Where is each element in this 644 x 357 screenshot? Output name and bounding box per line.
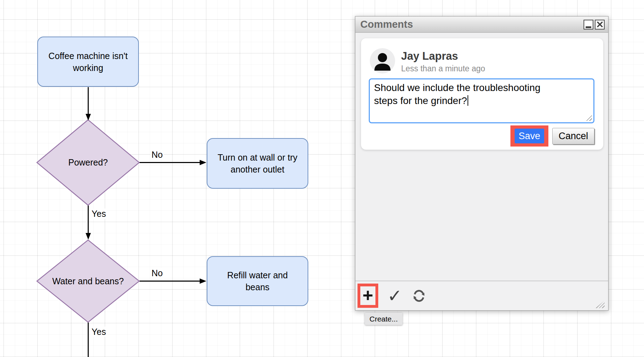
close-icon — [597, 21, 603, 27]
comment-meta: Jay Lapras Less than a minute ago — [401, 48, 485, 74]
edge-label-powered-yes[interactable]: Yes — [91, 209, 107, 219]
node-label: Turn on at wall or try another outlet — [217, 151, 298, 175]
node-label: Coffee machine isn't working — [47, 50, 129, 74]
edge-label-water-yes[interactable]: Yes — [91, 327, 107, 337]
plus-icon: + — [362, 286, 373, 304]
window-controls — [584, 20, 605, 30]
comment-actions: Save Cancel — [510, 125, 594, 147]
node-label: Refill water and beans — [217, 269, 298, 293]
comments-titlebar[interactable]: Comments — [355, 17, 608, 33]
arrowhead-powered-yes — [86, 233, 91, 240]
refresh-icon — [412, 289, 426, 303]
textarea-resize-grip[interactable] — [585, 115, 592, 121]
comments-title: Comments — [360, 19, 413, 30]
edge-label-water-no[interactable]: No — [150, 268, 164, 278]
comment-text-input[interactable]: Should we include the troubleshootingste… — [369, 78, 594, 123]
comment-timestamp: Less than a minute ago — [401, 64, 485, 74]
node-powered-shape[interactable] — [37, 120, 139, 205]
comment-draft-line2: steps for the grinder? — [374, 95, 467, 106]
person-icon — [370, 48, 395, 73]
arrowhead-water-no — [200, 279, 206, 284]
comment-author: Jay Lapras — [401, 50, 485, 63]
create-tooltip: Create... — [365, 313, 402, 325]
refresh-comments-button[interactable] — [412, 289, 426, 303]
check-icon: ✓ — [387, 287, 402, 305]
diagram-canvas[interactable]: { "diagram": { "nodes": [ { "label": "Co… — [0, 0, 644, 357]
text-cursor — [468, 95, 469, 106]
create-button-highlight: + — [358, 284, 378, 308]
comments-toolbar: + ✓ — [355, 281, 608, 310]
node-water-shape[interactable] — [37, 240, 139, 322]
comment-card: Jay Lapras Less than a minute ago Should… — [361, 38, 603, 150]
create-comment-button[interactable]: + — [362, 287, 373, 304]
arrowhead-start-powered — [86, 114, 91, 121]
avatar — [370, 48, 395, 73]
minimize-icon — [586, 26, 591, 28]
node-coffee-machine[interactable]: Coffee machine isn't working — [37, 37, 139, 87]
node-refill[interactable]: Refill water and beans — [207, 256, 308, 306]
minimize-button[interactable] — [584, 20, 593, 30]
close-button[interactable] — [595, 20, 605, 30]
panel-resize-grip[interactable] — [595, 300, 605, 308]
arrowhead-powered-no — [200, 160, 206, 165]
show-resolved-button[interactable]: ✓ — [387, 287, 402, 305]
comment-header: Jay Lapras Less than a minute ago — [370, 48, 594, 74]
save-button[interactable]: Save — [515, 129, 544, 143]
comment-draft-line1: Should we include the troubleshooting — [374, 81, 589, 94]
cancel-button[interactable]: Cancel — [552, 128, 594, 144]
comments-panel: Comments Jay Lapras Less than a min — [355, 16, 608, 311]
edge-label-powered-no[interactable]: No — [150, 150, 164, 160]
save-button-highlight: Save — [510, 125, 548, 147]
node-turn-on-wall[interactable]: Turn on at wall or try another outlet — [207, 138, 308, 189]
